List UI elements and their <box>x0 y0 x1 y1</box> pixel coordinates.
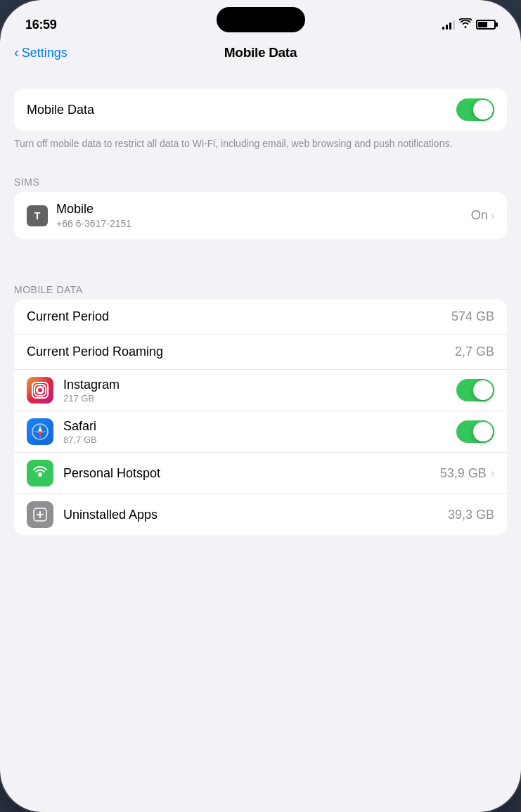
sim-name: Mobile <box>56 202 471 217</box>
mobile-data-label: Mobile Data <box>27 103 94 117</box>
svg-point-1 <box>37 387 43 393</box>
safari-icon <box>27 418 53 445</box>
battery-icon <box>476 20 496 30</box>
instagram-icon <box>27 377 53 404</box>
spacer-top <box>0 69 521 89</box>
sim-icon: T <box>27 205 48 226</box>
signal-bar-1 <box>442 27 444 30</box>
sim-number: +66 6-3617-2151 <box>56 218 471 229</box>
signal-bar-2 <box>446 25 448 30</box>
hotspot-right: 53,9 GB › <box>440 466 494 481</box>
battery-fill <box>478 22 487 27</box>
uninstalled-apps-icon <box>27 501 53 528</box>
signal-bar-3 <box>449 22 451 30</box>
mobile-data-section-header: MOBILE DATA <box>0 278 521 299</box>
back-button[interactable]: ‹ Settings <box>14 45 67 60</box>
mobile-data-toggle[interactable] <box>456 98 494 121</box>
svg-point-8 <box>38 472 42 477</box>
uninstalled-info: Uninstalled Apps <box>63 508 448 522</box>
instagram-toggle-knob <box>473 380 493 400</box>
nav-bar: ‹ Settings Mobile Data <box>0 39 521 69</box>
instagram-info: Instagram 217 GB <box>63 378 456 404</box>
svg-point-2 <box>43 385 44 387</box>
dynamic-island <box>217 7 305 32</box>
page-title: Mobile Data <box>224 45 297 60</box>
hotspot-icon <box>27 460 53 486</box>
sim-status: On › <box>471 208 494 223</box>
safari-toggle-knob <box>473 422 493 442</box>
toggle-knob <box>473 100 493 120</box>
uninstalled-row: Uninstalled Apps 39,3 GB <box>14 494 507 535</box>
wifi-icon <box>459 18 472 31</box>
uninstalled-name: Uninstalled Apps <box>63 508 448 522</box>
phone-frame: 16:59 <box>0 0 521 812</box>
instagram-usage: 217 GB <box>63 393 456 404</box>
current-period-roaming-label: Current Period Roaming <box>27 344 163 359</box>
back-chevron-icon: ‹ <box>14 44 19 60</box>
phone-screen: 16:59 <box>0 0 521 812</box>
sim-info: Mobile +66 6-3617-2151 <box>56 202 471 229</box>
uninstalled-size: 39,3 GB <box>448 508 494 522</box>
hotspot-info: Personal Hotspot <box>63 466 440 481</box>
status-bar: 16:59 <box>0 0 521 39</box>
svg-rect-0 <box>34 385 46 396</box>
hotspot-name: Personal Hotspot <box>63 466 440 481</box>
status-icons <box>442 18 496 31</box>
mobile-data-card: Mobile Data <box>14 89 507 131</box>
safari-name: Safari <box>63 419 456 434</box>
sim-card: T Mobile +66 6-3617-2151 On › <box>14 192 507 239</box>
current-period-label: Current Period <box>27 309 109 324</box>
current-period-roaming-row: Current Period Roaming 2,7 GB <box>14 334 507 369</box>
status-time: 16:59 <box>25 18 57 32</box>
current-period-roaming-value: 2,7 GB <box>455 344 494 359</box>
safari-row: Safari 87,7 GB <box>14 411 507 452</box>
hotspot-chevron-icon: › <box>491 467 494 479</box>
instagram-row: Instagram 217 GB <box>14 369 507 411</box>
data-stats-card: Current Period 574 GB Current Period Roa… <box>14 299 507 535</box>
hotspot-row[interactable]: Personal Hotspot 53,9 GB › <box>14 452 507 494</box>
mobile-data-description: Turn off mobile data to restrict all dat… <box>0 131 521 151</box>
instagram-name: Instagram <box>63 378 456 392</box>
content: Mobile Data Turn off mobile data to rest… <box>0 69 521 549</box>
signal-bars-icon <box>442 20 455 30</box>
spacer-3 <box>0 239 521 259</box>
sim-row[interactable]: T Mobile +66 6-3617-2151 On › <box>14 192 507 239</box>
sim-icon-letter: T <box>34 210 41 221</box>
safari-info: Safari 87,7 GB <box>63 419 456 445</box>
spacer-2 <box>0 151 521 171</box>
sims-section-header: SIMs <box>0 171 521 192</box>
sim-status-text: On <box>471 208 488 223</box>
instagram-toggle[interactable] <box>456 379 494 401</box>
current-period-row: Current Period 574 GB <box>14 299 507 334</box>
mobile-data-row: Mobile Data <box>14 89 507 131</box>
current-period-value: 574 GB <box>451 309 494 324</box>
safari-usage: 87,7 GB <box>63 434 456 445</box>
spacer-4 <box>0 259 521 278</box>
signal-bar-4 <box>453 20 455 30</box>
safari-toggle[interactable] <box>456 420 494 443</box>
back-label: Settings <box>22 46 67 60</box>
hotspot-size: 53,9 GB <box>440 466 487 481</box>
chevron-right-icon: › <box>491 210 494 222</box>
